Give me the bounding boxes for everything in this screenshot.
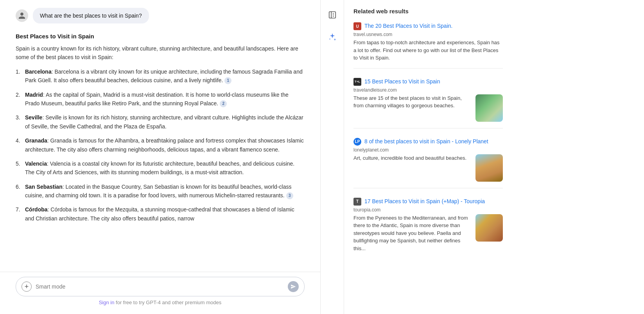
chat-area: What are the best places to visit in Spa… [0,0,320,272]
list-content: Granada: Granada is famous for the Alham… [25,136,305,154]
place-name: Valencia [25,161,47,167]
list-number: 6. [16,182,22,191]
response-title: Best Places to Visit in Spain [16,33,305,40]
list-number: 7. [16,205,22,214]
list-item: 2.Madrid: As the capital of Spain, Madri… [16,90,305,108]
plus-button[interactable]: + [22,282,32,292]
result-divider [353,128,503,128]
result-divider [353,68,503,69]
query-text: What are the best places to visit in Spa… [40,13,142,19]
place-name: Seville [25,114,42,121]
result-favicon: T [353,198,361,206]
result-body: From tapas to top-notch architecture and… [353,39,503,62]
citation-badge[interactable]: 3 [286,192,293,199]
input-area: + Sign in for free to try GPT-4 and othe… [0,272,320,314]
ai-response: Best Places to Visit in Spain Spain is a… [16,33,305,236]
result-domain: travel.usnews.com [353,32,503,37]
sidebar-toggle-button[interactable] [325,8,339,22]
list-content: Seville: Seville is known for its rich h… [25,113,305,131]
list-number: 2. [16,90,22,99]
result-item: T+L15 Best Places to Visit in Spaintrave… [353,78,503,128]
result-header: T+L15 Best Places to Visit in Spain [353,78,503,86]
result-link[interactable]: 8 of the best places to visit in Spain -… [364,138,488,146]
result-thumbnail [475,94,503,122]
avatar [16,9,28,22]
user-query-row: What are the best places to visit in Spa… [16,8,305,23]
list-item: 5.Valencia: Valencia is a coastal city k… [16,159,305,177]
result-description: From the Pyrenees to the Mediterranean, … [353,214,472,253]
result-link[interactable]: 15 Best Places to Visit in Spain [364,78,440,86]
result-thumbnail [475,154,503,182]
result-favicon: U [353,22,361,30]
input-wrapper: + [16,277,305,296]
result-header: LP8 of the best places to visit in Spain… [353,138,503,146]
result-favicon: T+L [353,78,361,86]
place-name: Barcelona [25,69,52,75]
list-item: 1.Barcelona: Barcelona is a vibrant city… [16,67,305,85]
list-item: 6.San Sebastian: Located in the Basque C… [16,182,305,200]
sparkle-button[interactable] [325,30,339,44]
list-content: San Sebastian: Located in the Basque Cou… [25,182,305,200]
result-description: From tapas to top-notch architecture and… [353,39,503,62]
result-description: These are 15 of the best places to visit… [353,94,472,110]
place-name: San Sebastian [25,184,63,190]
result-body: From the Pyrenees to the Mediterranean, … [353,214,503,253]
result-item: UThe 20 Best Places to Visit in Spain.tr… [353,22,503,69]
result-thumbnail [475,214,503,242]
list-content: Barcelona: Barcelona is a vibrant city k… [25,67,305,85]
result-link[interactable]: 17 Best Places to Visit in Spain (+Map) … [364,198,485,206]
web-results-list: UThe 20 Best Places to Visit in Spain.tr… [353,22,503,252]
sidebar-toggle-icon [328,11,337,19]
list-number: 5. [16,159,22,168]
list-item: 4.Granada: Granada is famous for the Alh… [16,136,305,154]
list-content: Córdoba: Córdoba is famous for the Mezqu… [25,205,305,223]
result-domain: travelandleisure.com [353,87,503,93]
list-number: 1. [16,67,22,76]
chat-panel: What are the best places to visit in Spa… [0,0,321,314]
person-icon [18,12,26,20]
result-header: UThe 20 Best Places to Visit in Spain. [353,22,503,30]
result-description: Art, culture, incredible food and beauti… [353,154,472,162]
result-link[interactable]: The 20 Best Places to Visit in Spain. [364,22,452,30]
signin-notice: Sign in for free to try GPT-4 and other … [16,296,305,311]
result-favicon: LP [353,138,361,146]
result-item: T17 Best Places to Visit in Spain (+Map)… [353,198,503,253]
citation-badge[interactable]: 2 [220,100,227,107]
smart-mode-input[interactable] [36,283,284,290]
citation-badge[interactable]: 1 [224,77,231,84]
query-bubble: What are the best places to visit in Spa… [33,8,149,23]
send-button[interactable] [288,281,299,292]
response-intro: Spain is a country known for its rich hi… [16,44,305,62]
places-list: 1.Barcelona: Barcelona is a vibrant city… [16,67,305,223]
list-content: Valencia: Valencia is a coastal city kno… [25,159,305,177]
place-name: Madrid [25,92,43,98]
icon-panel [321,0,344,314]
list-item: 7.Córdoba: Córdoba is famous for the Mez… [16,205,305,223]
web-results-panel: Related web results UThe 20 Best Places … [344,0,512,314]
result-domain: lonelyplanet.com [353,147,503,153]
list-number: 4. [16,136,22,145]
result-divider [353,188,503,188]
list-item: 3.Seville: Seville is known for its rich… [16,113,305,131]
send-icon [291,284,296,289]
place-name: Granada [25,137,47,144]
svg-rect-0 [329,12,335,18]
signin-link[interactable]: Sign in [99,300,115,305]
sparkle-icon [328,32,337,41]
result-domain: touropia.com [353,207,503,213]
result-body: Art, culture, incredible food and beauti… [353,154,503,182]
result-body: These are 15 of the best places to visit… [353,94,503,122]
list-content: Madrid: As the capital of Spain, Madrid … [25,90,305,108]
web-results-title: Related web results [353,8,503,14]
result-item: LP8 of the best places to visit in Spain… [353,138,503,188]
list-number: 3. [16,113,22,122]
result-header: T17 Best Places to Visit in Spain (+Map)… [353,198,503,206]
place-name: Córdoba [25,206,48,213]
